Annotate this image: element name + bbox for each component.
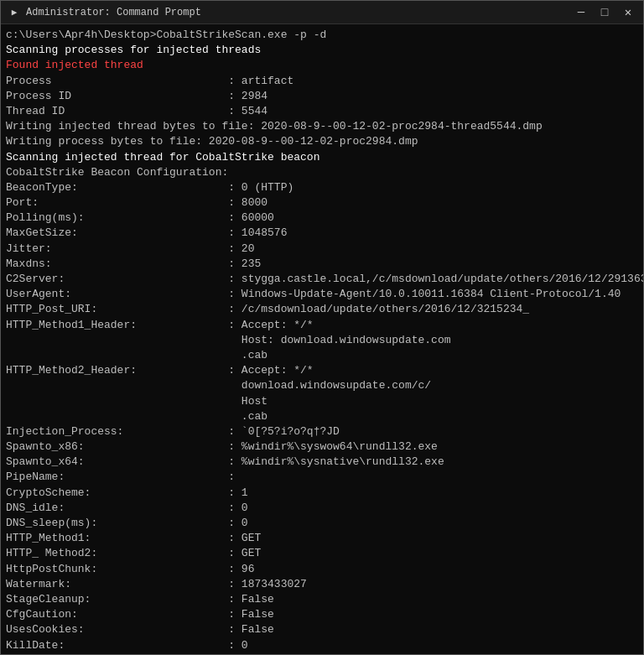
title-bar-left: ▶ Administrator: Command Prompt	[8, 6, 201, 19]
maximize-button[interactable]: □	[596, 4, 613, 21]
terminal-line: KillDate: : 0	[6, 638, 638, 653]
terminal-line: Writing injected thread bytes to file: 2…	[6, 119, 638, 134]
terminal-line: PipeName: :	[6, 470, 638, 485]
terminal-line: DNS_idle: : 0	[6, 501, 638, 516]
terminal-line: HttpPostChunk: : 96	[6, 562, 638, 577]
title-bar: ▶ Administrator: Command Prompt ─ □ ✕	[1, 1, 643, 24]
window-title: Administrator: Command Prompt	[26, 7, 201, 18]
terminal-line: Process ID : 2984	[6, 89, 638, 104]
minimize-button[interactable]: ─	[573, 4, 589, 21]
terminal-line: HTTP_Method1: : GET	[6, 531, 638, 546]
terminal-icon: ▶	[8, 6, 21, 19]
terminal-output: c:\Users\Apr4h\Desktop>CobaltStrikeScan.…	[1, 24, 643, 654]
terminal-line: HTTP_Method2_Header: : Accept: */*	[6, 363, 638, 378]
terminal-line: Thread ID : 5544	[6, 104, 638, 119]
terminal-line: HTTP_Method1_Header: : Accept: */*	[6, 318, 638, 333]
terminal-line: HTTP_Post_URI: : /c/msdownload/update/ot…	[6, 302, 638, 317]
terminal-line: CryptoScheme: : 1	[6, 486, 638, 501]
terminal-line: c:\Users\Apr4h\Desktop>CobaltStrikeScan.…	[6, 28, 638, 43]
terminal-line: Polling(ms): : 60000	[6, 211, 638, 226]
terminal-line: Jitter: : 20	[6, 242, 638, 257]
terminal-line: UsesCookies: : False	[6, 622, 638, 637]
terminal-line: ProcInject_StartRWX: : True	[6, 653, 638, 654]
terminal-line: StageCleanup: : False	[6, 592, 638, 607]
terminal-line: Injection_Process: : `0[?5?i?o?q†?JD	[6, 424, 638, 439]
terminal-line: Found injected thread	[6, 58, 638, 73]
terminal-line: MaxGetSize: : 1048576	[6, 226, 638, 241]
terminal-line: Spawnto_x86: : %windir%\syswow64\rundll3…	[6, 439, 638, 455]
terminal-line: Host: download.windowsupdate.com	[6, 333, 638, 348]
terminal-line: UserAgent: : Windows-Update-Agent/10.0.1…	[6, 287, 638, 302]
terminal-line: Scanning injected thread for CobaltStrik…	[6, 150, 638, 165]
terminal-line: download.windowsupdate.com/c/	[6, 378, 638, 393]
close-button[interactable]: ✕	[620, 4, 636, 21]
terminal-line: CobaltStrike Beacon Configuration:	[6, 165, 638, 180]
terminal-line: Scanning processes for injected threads	[6, 43, 638, 58]
terminal-line: DNS_sleep(ms): : 0	[6, 516, 638, 531]
terminal-line: BeaconType: : 0 (HTTP)	[6, 180, 638, 195]
terminal-line: Process : artifact	[6, 74, 638, 89]
terminal-line: CfgCaution: : False	[6, 607, 638, 622]
terminal-line: HTTP_ Method2: : GET	[6, 546, 638, 561]
terminal-line: .cab	[6, 409, 638, 424]
terminal-line: Maxdns: : 235	[6, 257, 638, 272]
window: ▶ Administrator: Command Prompt ─ □ ✕ c:…	[0, 0, 644, 655]
terminal-line: Spawnto_x64: : %windir%\sysnative\rundll…	[6, 455, 638, 470]
terminal-line: Writing process bytes to file: 2020-08-9…	[6, 134, 638, 149]
terminal-line: Host	[6, 394, 638, 409]
terminal-line: .cab	[6, 348, 638, 363]
title-bar-controls: ─ □ ✕	[573, 4, 636, 21]
terminal-line: Port: : 8000	[6, 195, 638, 211]
terminal-line: C2Server: : stygga.castle.local,/c/msdow…	[6, 272, 638, 287]
terminal-line: Watermark: : 1873433027	[6, 577, 638, 592]
